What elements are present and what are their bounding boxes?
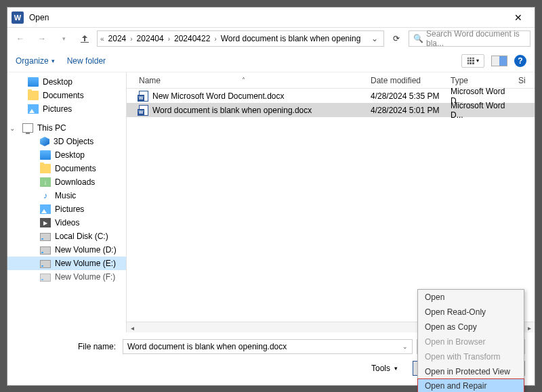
pictures-icon [40,204,51,214]
column-date[interactable]: Date modified [371,76,451,85]
disk-icon [40,233,51,241]
sidebar-item-disk-e[interactable]: New Volume (E:) [7,257,126,270]
column-size[interactable]: Si [516,76,535,85]
sidebar-item-disk-c[interactable]: Local Disk (C:) [7,230,126,243]
up-button[interactable] [77,30,93,47]
window-title: Open [29,13,506,22]
sidebar-item-documents[interactable]: Documents [7,162,126,175]
filename-input[interactable]: Word document is blank when opening.docx… [123,339,413,354]
disk-icon [40,274,51,282]
word-doc-icon [139,91,148,102]
pictures-icon [28,104,39,114]
disk-icon [40,246,51,255]
sidebar-item-3d-objects[interactable]: 3D Objects [7,135,126,148]
open-dialog: W Open ✕ ← → ▾ « 2024 › 202404 › 2024042… [7,7,535,386]
chevron-down-icon[interactable]: ⌄ [402,343,408,350]
sidebar-item-this-pc[interactable]: ⌄This PC [7,121,126,135]
breadcrumb-sep-icon: « [100,35,104,43]
menu-item-open-as-copy[interactable]: Open as Copy [418,320,524,334]
menu-item-open-readonly[interactable]: Open Read-Only [418,305,524,320]
close-button[interactable]: ✕ [506,8,530,27]
sidebar-item-desktop[interactable]: Desktop [7,75,126,89]
preview-pane-button[interactable] [491,56,507,66]
titlebar: W Open ✕ [7,7,535,28]
menu-item-open-and-repair[interactable]: Open and Repair [417,378,524,392]
organize-button[interactable]: Organize▾ [16,56,55,66]
chevron-right-icon: › [214,35,216,43]
videos-icon: ▶ [40,218,51,227]
folder-icon [40,164,51,173]
word-doc-icon [139,105,148,116]
breadcrumb-item[interactable]: Word document is blank when opening [220,34,362,43]
sidebar-item-downloads[interactable]: ↓Downloads [7,175,126,189]
sidebar-item-music[interactable]: ♪Music [7,189,126,202]
filename-label: File name: [17,342,119,351]
menu-item-open-with-transform: Open with Transform [418,349,524,364]
breadcrumb-item[interactable]: 202404 [136,34,165,43]
desktop-icon [40,150,51,160]
breadcrumb-drop-icon[interactable]: ⌄ [369,34,381,43]
forward-button[interactable]: → [33,30,51,47]
refresh-button[interactable]: ⟳ [388,30,404,47]
downloads-icon: ↓ [40,177,51,187]
view-picker[interactable]: ▾ [461,54,484,68]
breadcrumb-item[interactable]: 20240422 [173,34,211,43]
back-button[interactable]: ← [12,30,29,47]
sidebar-item-pictures[interactable]: Pictures [7,102,126,116]
scroll-left-icon[interactable]: ◂ [127,322,138,333]
tools-dropdown[interactable]: Tools▾ [371,364,398,373]
history-dropdown[interactable]: ▾ [55,30,72,47]
sidebar-item-disk-d[interactable]: New Volume (D:) [7,243,126,257]
folder-icon [28,91,39,100]
column-name[interactable]: Name˄ [127,76,371,85]
word-app-icon: W [12,12,24,24]
menu-item-open[interactable]: Open [418,290,524,305]
sidebar-item-videos[interactable]: ▶Videos [7,216,126,230]
sidebar-item-pictures[interactable]: Pictures [7,202,126,216]
pc-icon [22,123,33,133]
menu-item-open-in-browser: Open in Browser [418,334,524,349]
expand-icon[interactable]: ⌄ [9,125,16,132]
breadcrumb[interactable]: « 2024 › 202404 › 20240422 › Word docume… [97,30,384,47]
sidebar-item-desktop[interactable]: Desktop [7,148,126,162]
3d-objects-icon [40,137,49,146]
search-input[interactable]: 🔍 Search Word document is bla... [409,30,530,47]
disk-icon [40,260,51,268]
chevron-right-icon: › [168,35,170,43]
svg-rect-0 [81,42,89,43]
column-type[interactable]: Type [451,76,516,85]
navbar: ← → ▾ « 2024 › 202404 › 20240422 › Word … [7,28,535,49]
toolbar: Organize▾ New folder ▾ ? [7,49,535,72]
file-row[interactable]: Word document is blank when opening.docx… [127,103,535,117]
menu-item-open-protected[interactable]: Open in Protected View [418,364,524,379]
music-icon: ♪ [40,191,51,200]
chevron-right-icon: › [130,35,132,43]
new-folder-button[interactable]: New folder [67,56,106,66]
search-placeholder: Search Word document is bla... [426,29,526,48]
open-dropdown-menu: Open Open Read-Only Open as Copy Open in… [417,289,524,392]
breadcrumb-item[interactable]: 2024 [107,34,128,43]
sidebar: Desktop Documents Pictures ⌄This PC 3D O… [7,72,127,332]
help-button[interactable]: ? [514,55,526,67]
desktop-icon [28,77,39,87]
sidebar-item-documents[interactable]: Documents [7,89,126,102]
sort-asc-icon: ˄ [242,77,245,84]
sidebar-item-disk-f[interactable]: New Volume (F:) [7,270,126,284]
search-icon: 🔍 [413,34,423,43]
